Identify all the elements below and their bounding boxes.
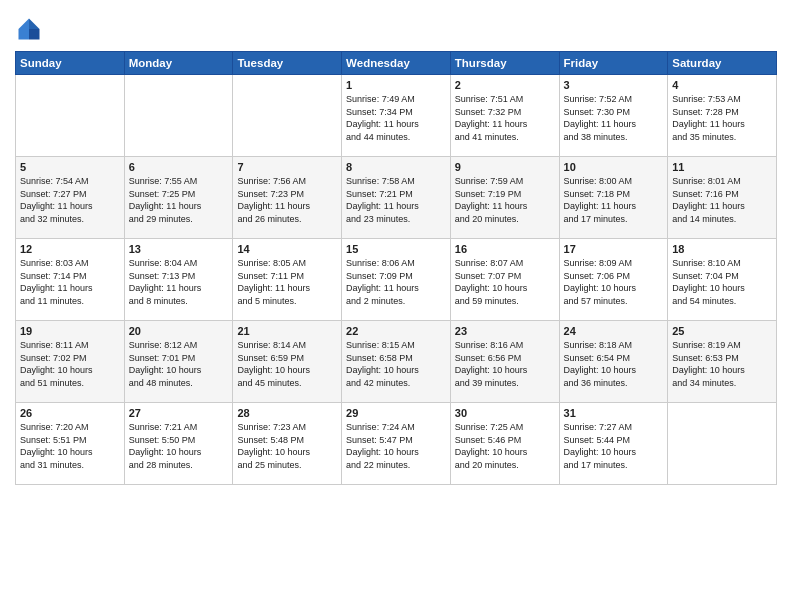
day-number: 16 bbox=[455, 243, 555, 255]
calendar-header: SundayMondayTuesdayWednesdayThursdayFrid… bbox=[16, 52, 777, 75]
calendar-cell: 15Sunrise: 8:06 AM Sunset: 7:09 PM Dayli… bbox=[342, 239, 451, 321]
calendar-cell: 21Sunrise: 8:14 AM Sunset: 6:59 PM Dayli… bbox=[233, 321, 342, 403]
calendar-week-row: 26Sunrise: 7:20 AM Sunset: 5:51 PM Dayli… bbox=[16, 403, 777, 485]
calendar-table: SundayMondayTuesdayWednesdayThursdayFrid… bbox=[15, 51, 777, 485]
day-number: 18 bbox=[672, 243, 772, 255]
calendar-week-row: 5Sunrise: 7:54 AM Sunset: 7:27 PM Daylig… bbox=[16, 157, 777, 239]
day-number: 30 bbox=[455, 407, 555, 419]
calendar-cell bbox=[124, 75, 233, 157]
day-info: Sunrise: 7:53 AM Sunset: 7:28 PM Dayligh… bbox=[672, 93, 772, 143]
calendar-cell: 9Sunrise: 7:59 AM Sunset: 7:19 PM Daylig… bbox=[450, 157, 559, 239]
day-number: 6 bbox=[129, 161, 229, 173]
calendar-cell: 13Sunrise: 8:04 AM Sunset: 7:13 PM Dayli… bbox=[124, 239, 233, 321]
day-info: Sunrise: 7:27 AM Sunset: 5:44 PM Dayligh… bbox=[564, 421, 664, 471]
day-number: 10 bbox=[564, 161, 664, 173]
calendar-cell: 28Sunrise: 7:23 AM Sunset: 5:48 PM Dayli… bbox=[233, 403, 342, 485]
day-info: Sunrise: 7:51 AM Sunset: 7:32 PM Dayligh… bbox=[455, 93, 555, 143]
day-number: 24 bbox=[564, 325, 664, 337]
day-info: Sunrise: 8:00 AM Sunset: 7:18 PM Dayligh… bbox=[564, 175, 664, 225]
calendar-cell: 22Sunrise: 8:15 AM Sunset: 6:58 PM Dayli… bbox=[342, 321, 451, 403]
calendar-cell: 8Sunrise: 7:58 AM Sunset: 7:21 PM Daylig… bbox=[342, 157, 451, 239]
day-of-week-header: Thursday bbox=[450, 52, 559, 75]
day-number: 11 bbox=[672, 161, 772, 173]
page-header bbox=[15, 10, 777, 43]
day-of-week-header: Wednesday bbox=[342, 52, 451, 75]
day-info: Sunrise: 8:16 AM Sunset: 6:56 PM Dayligh… bbox=[455, 339, 555, 389]
day-info: Sunrise: 7:56 AM Sunset: 7:23 PM Dayligh… bbox=[237, 175, 337, 225]
calendar-cell: 17Sunrise: 8:09 AM Sunset: 7:06 PM Dayli… bbox=[559, 239, 668, 321]
day-of-week-header: Tuesday bbox=[233, 52, 342, 75]
day-of-week-header: Sunday bbox=[16, 52, 125, 75]
calendar-cell bbox=[233, 75, 342, 157]
day-info: Sunrise: 7:20 AM Sunset: 5:51 PM Dayligh… bbox=[20, 421, 120, 471]
day-number: 13 bbox=[129, 243, 229, 255]
day-number: 4 bbox=[672, 79, 772, 91]
day-number: 9 bbox=[455, 161, 555, 173]
day-of-week-header: Friday bbox=[559, 52, 668, 75]
calendar-cell: 31Sunrise: 7:27 AM Sunset: 5:44 PM Dayli… bbox=[559, 403, 668, 485]
calendar-cell: 20Sunrise: 8:12 AM Sunset: 7:01 PM Dayli… bbox=[124, 321, 233, 403]
logo-icon bbox=[15, 15, 43, 43]
day-number: 28 bbox=[237, 407, 337, 419]
day-number: 5 bbox=[20, 161, 120, 173]
day-info: Sunrise: 7:52 AM Sunset: 7:30 PM Dayligh… bbox=[564, 93, 664, 143]
day-number: 25 bbox=[672, 325, 772, 337]
calendar-cell: 6Sunrise: 7:55 AM Sunset: 7:25 PM Daylig… bbox=[124, 157, 233, 239]
calendar-cell: 16Sunrise: 8:07 AM Sunset: 7:07 PM Dayli… bbox=[450, 239, 559, 321]
day-number: 27 bbox=[129, 407, 229, 419]
day-info: Sunrise: 8:19 AM Sunset: 6:53 PM Dayligh… bbox=[672, 339, 772, 389]
calendar-cell: 19Sunrise: 8:11 AM Sunset: 7:02 PM Dayli… bbox=[16, 321, 125, 403]
day-info: Sunrise: 8:01 AM Sunset: 7:16 PM Dayligh… bbox=[672, 175, 772, 225]
days-of-week-row: SundayMondayTuesdayWednesdayThursdayFrid… bbox=[16, 52, 777, 75]
day-number: 31 bbox=[564, 407, 664, 419]
calendar-cell: 26Sunrise: 7:20 AM Sunset: 5:51 PM Dayli… bbox=[16, 403, 125, 485]
calendar-cell: 2Sunrise: 7:51 AM Sunset: 7:32 PM Daylig… bbox=[450, 75, 559, 157]
logo bbox=[15, 15, 46, 43]
day-info: Sunrise: 8:15 AM Sunset: 6:58 PM Dayligh… bbox=[346, 339, 446, 389]
day-info: Sunrise: 7:59 AM Sunset: 7:19 PM Dayligh… bbox=[455, 175, 555, 225]
day-info: Sunrise: 8:06 AM Sunset: 7:09 PM Dayligh… bbox=[346, 257, 446, 307]
calendar-cell: 18Sunrise: 8:10 AM Sunset: 7:04 PM Dayli… bbox=[668, 239, 777, 321]
page-container: SundayMondayTuesdayWednesdayThursdayFrid… bbox=[0, 0, 792, 495]
calendar-cell: 14Sunrise: 8:05 AM Sunset: 7:11 PM Dayli… bbox=[233, 239, 342, 321]
day-info: Sunrise: 7:58 AM Sunset: 7:21 PM Dayligh… bbox=[346, 175, 446, 225]
day-info: Sunrise: 8:03 AM Sunset: 7:14 PM Dayligh… bbox=[20, 257, 120, 307]
day-number: 15 bbox=[346, 243, 446, 255]
day-info: Sunrise: 7:21 AM Sunset: 5:50 PM Dayligh… bbox=[129, 421, 229, 471]
day-number: 12 bbox=[20, 243, 120, 255]
calendar-cell: 24Sunrise: 8:18 AM Sunset: 6:54 PM Dayli… bbox=[559, 321, 668, 403]
day-info: Sunrise: 7:24 AM Sunset: 5:47 PM Dayligh… bbox=[346, 421, 446, 471]
day-number: 19 bbox=[20, 325, 120, 337]
day-number: 26 bbox=[20, 407, 120, 419]
day-info: Sunrise: 8:05 AM Sunset: 7:11 PM Dayligh… bbox=[237, 257, 337, 307]
day-number: 29 bbox=[346, 407, 446, 419]
calendar-cell: 4Sunrise: 7:53 AM Sunset: 7:28 PM Daylig… bbox=[668, 75, 777, 157]
day-info: Sunrise: 8:11 AM Sunset: 7:02 PM Dayligh… bbox=[20, 339, 120, 389]
calendar-cell: 3Sunrise: 7:52 AM Sunset: 7:30 PM Daylig… bbox=[559, 75, 668, 157]
day-number: 8 bbox=[346, 161, 446, 173]
calendar-week-row: 1Sunrise: 7:49 AM Sunset: 7:34 PM Daylig… bbox=[16, 75, 777, 157]
day-info: Sunrise: 7:23 AM Sunset: 5:48 PM Dayligh… bbox=[237, 421, 337, 471]
day-number: 20 bbox=[129, 325, 229, 337]
calendar-cell bbox=[16, 75, 125, 157]
calendar-cell: 5Sunrise: 7:54 AM Sunset: 7:27 PM Daylig… bbox=[16, 157, 125, 239]
day-number: 23 bbox=[455, 325, 555, 337]
day-info: Sunrise: 8:12 AM Sunset: 7:01 PM Dayligh… bbox=[129, 339, 229, 389]
calendar-cell: 1Sunrise: 7:49 AM Sunset: 7:34 PM Daylig… bbox=[342, 75, 451, 157]
calendar-cell: 7Sunrise: 7:56 AM Sunset: 7:23 PM Daylig… bbox=[233, 157, 342, 239]
day-info: Sunrise: 7:54 AM Sunset: 7:27 PM Dayligh… bbox=[20, 175, 120, 225]
day-number: 7 bbox=[237, 161, 337, 173]
day-number: 14 bbox=[237, 243, 337, 255]
day-info: Sunrise: 8:10 AM Sunset: 7:04 PM Dayligh… bbox=[672, 257, 772, 307]
calendar-cell: 12Sunrise: 8:03 AM Sunset: 7:14 PM Dayli… bbox=[16, 239, 125, 321]
calendar-cell bbox=[668, 403, 777, 485]
calendar-week-row: 12Sunrise: 8:03 AM Sunset: 7:14 PM Dayli… bbox=[16, 239, 777, 321]
day-info: Sunrise: 8:09 AM Sunset: 7:06 PM Dayligh… bbox=[564, 257, 664, 307]
day-number: 2 bbox=[455, 79, 555, 91]
day-of-week-header: Saturday bbox=[668, 52, 777, 75]
calendar-cell: 11Sunrise: 8:01 AM Sunset: 7:16 PM Dayli… bbox=[668, 157, 777, 239]
day-info: Sunrise: 8:18 AM Sunset: 6:54 PM Dayligh… bbox=[564, 339, 664, 389]
calendar-week-row: 19Sunrise: 8:11 AM Sunset: 7:02 PM Dayli… bbox=[16, 321, 777, 403]
day-info: Sunrise: 8:14 AM Sunset: 6:59 PM Dayligh… bbox=[237, 339, 337, 389]
day-number: 1 bbox=[346, 79, 446, 91]
